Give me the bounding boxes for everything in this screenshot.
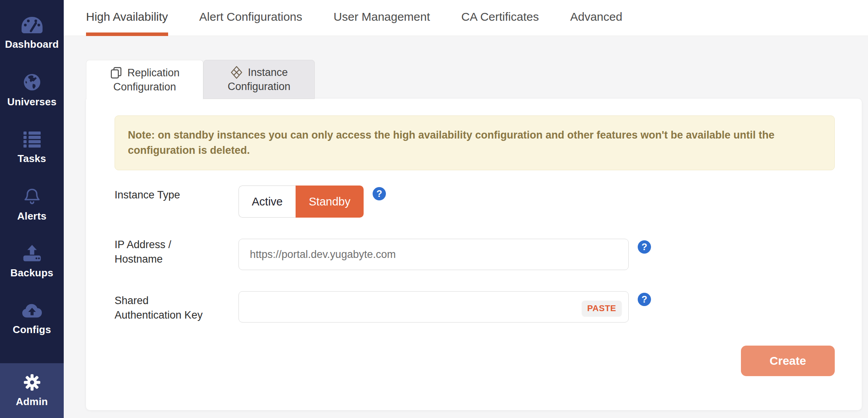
- tab-ca-certificates[interactable]: CA Certificates: [461, 0, 539, 36]
- instance-type-label: Instance Type: [115, 188, 180, 202]
- sidebar-item-label: Universes: [7, 96, 56, 108]
- globe-icon: [23, 73, 41, 92]
- app-window: Dashboard Universes Tasks: [0, 0, 868, 418]
- admin-section-tabs: High Availability Alert Configurations U…: [64, 0, 868, 36]
- sidebar-item-tasks[interactable]: Tasks: [0, 119, 64, 176]
- ip-address-help-icon[interactable]: ?: [638, 240, 651, 254]
- sidebar-item-backups[interactable]: Backups: [0, 233, 64, 290]
- sidebar-item-dashboard[interactable]: Dashboard: [0, 5, 64, 62]
- copy-icon: [110, 67, 122, 79]
- instance-type-help-icon[interactable]: ?: [373, 187, 386, 200]
- sidebar-item-label: Dashboard: [5, 38, 59, 50]
- standby-note: Note: on standby instances you can only …: [115, 115, 835, 170]
- shared-key-input[interactable]: [239, 291, 629, 323]
- box-icon: [230, 65, 243, 79]
- sidebar-item-label: Backups: [11, 267, 54, 279]
- sidebar-item-label: Tasks: [18, 153, 46, 165]
- replication-configuration-panel: Note: on standby instances you can only …: [86, 99, 862, 410]
- instance-type-active-button[interactable]: Active: [239, 186, 296, 218]
- upload-drive-icon: [22, 245, 42, 263]
- gear-icon: [23, 373, 41, 391]
- cloud-upload-icon: [22, 302, 43, 319]
- sidebar-item-label: Alerts: [17, 210, 47, 222]
- tab-high-availability[interactable]: High Availability: [86, 0, 168, 36]
- shared-key-field: PASTE: [239, 291, 629, 323]
- sidebar-item-universes[interactable]: Universes: [0, 62, 64, 119]
- create-button[interactable]: Create: [741, 346, 835, 376]
- paste-button[interactable]: PASTE: [582, 301, 622, 316]
- tab-replication-configuration[interactable]: Replication Configuration: [86, 60, 203, 99]
- shared-key-label: Shared Authentication Key: [115, 294, 203, 323]
- sidebar-item-label: Configs: [13, 324, 51, 336]
- ha-config-tabs: Replication Configuration Instance Confi…: [86, 60, 315, 99]
- shared-key-help-icon[interactable]: ?: [638, 293, 651, 306]
- task-list-icon: [23, 130, 41, 148]
- sidebar-item-admin[interactable]: Admin: [0, 363, 64, 418]
- ip-address-input[interactable]: [239, 239, 629, 270]
- sidebar: Dashboard Universes Tasks: [0, 0, 64, 418]
- tab-alert-configurations[interactable]: Alert Configurations: [199, 0, 302, 36]
- tab-advanced[interactable]: Advanced: [570, 0, 622, 36]
- gauge-icon: [21, 16, 43, 34]
- instance-type-toggle: Active Standby: [239, 186, 364, 218]
- sidebar-item-configs[interactable]: Configs: [0, 290, 64, 348]
- sidebar-item-label: Admin: [16, 396, 48, 408]
- bell-icon: [23, 187, 41, 206]
- sidebar-item-alerts[interactable]: Alerts: [0, 176, 64, 233]
- instance-type-standby-button[interactable]: Standby: [296, 186, 364, 218]
- ip-address-label: IP Address / Hostname: [115, 238, 171, 267]
- tab-user-management[interactable]: User Management: [334, 0, 430, 36]
- tab-instance-configuration[interactable]: Instance Configuration: [203, 60, 315, 99]
